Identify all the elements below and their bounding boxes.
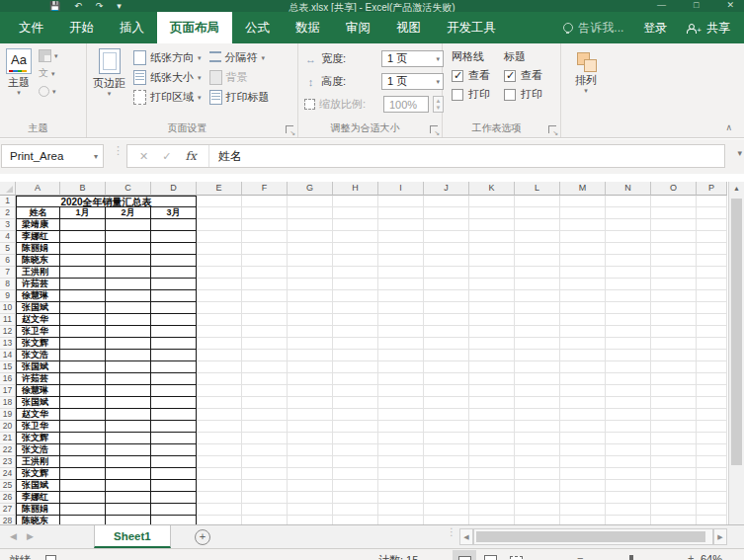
cell[interactable]	[106, 480, 151, 492]
cell[interactable]	[60, 255, 106, 267]
row-header-25[interactable]: 25	[0, 480, 16, 492]
cell[interactable]	[242, 504, 288, 516]
tab-file[interactable]: 文件	[6, 12, 56, 43]
cell[interactable]	[560, 385, 606, 397]
column-header-N[interactable]: N	[606, 182, 651, 196]
cell[interactable]	[106, 516, 151, 524]
cell[interactable]	[378, 373, 424, 385]
cell[interactable]	[288, 433, 333, 444]
cell[interactable]	[560, 243, 606, 255]
row-header-23[interactable]: 23	[0, 456, 16, 468]
cell[interactable]	[151, 302, 197, 314]
margins-button[interactable]: 页边距 ▾	[89, 46, 129, 99]
cell[interactable]	[697, 302, 727, 314]
cell[interactable]	[469, 433, 515, 444]
cell[interactable]	[151, 492, 197, 504]
cell[interactable]	[424, 397, 469, 409]
cell[interactable]	[651, 279, 697, 290]
cell[interactable]	[288, 338, 333, 350]
table-title-cell[interactable]: 2020全年销量汇总表	[16, 196, 197, 207]
cell[interactable]	[697, 219, 727, 231]
cell[interactable]	[242, 302, 288, 314]
cell[interactable]	[469, 243, 515, 255]
cell[interactable]	[288, 279, 333, 290]
column-header-M[interactable]: M	[560, 182, 606, 196]
column-header-K[interactable]: K	[469, 182, 515, 196]
cell[interactable]	[515, 207, 560, 219]
cell[interactable]	[424, 421, 469, 433]
cell[interactable]	[424, 444, 469, 456]
cell[interactable]	[424, 373, 469, 385]
cell[interactable]	[606, 326, 651, 338]
name-cell[interactable]: 许茹芸	[16, 373, 60, 385]
name-cell[interactable]: 张卫华	[16, 326, 60, 338]
cell[interactable]	[424, 290, 469, 302]
cell[interactable]	[560, 290, 606, 302]
cell[interactable]	[515, 219, 560, 231]
horizontal-scrollbar[interactable]	[473, 528, 713, 545]
cell[interactable]	[288, 409, 333, 421]
cell[interactable]	[106, 219, 151, 231]
cell[interactable]	[560, 468, 606, 480]
cell[interactable]	[60, 492, 106, 504]
name-cell[interactable]: 陈晓东	[16, 516, 60, 524]
cell[interactable]	[106, 444, 151, 456]
cell[interactable]	[288, 385, 333, 397]
cell[interactable]	[288, 350, 333, 361]
cell[interactable]	[242, 385, 288, 397]
cell[interactable]	[60, 397, 106, 409]
cell[interactable]	[378, 421, 424, 433]
cell[interactable]	[651, 196, 697, 207]
cell[interactable]	[515, 468, 560, 480]
cell[interactable]	[515, 492, 560, 504]
cell[interactable]	[333, 361, 378, 373]
cell[interactable]	[606, 456, 651, 468]
tab-review[interactable]: 审阅	[333, 12, 383, 43]
cell[interactable]	[60, 421, 106, 433]
cell[interactable]	[378, 385, 424, 397]
cell[interactable]	[106, 373, 151, 385]
name-cell[interactable]: 张国斌	[16, 397, 60, 409]
cell[interactable]	[606, 243, 651, 255]
cell[interactable]	[197, 219, 242, 231]
collapse-ribbon-icon[interactable]: ∧	[725, 122, 732, 132]
zoom-level[interactable]: 64%	[701, 553, 722, 560]
cell[interactable]	[242, 231, 288, 243]
cell[interactable]	[151, 504, 197, 516]
cell[interactable]	[288, 361, 333, 373]
cell[interactable]	[242, 196, 288, 207]
cell[interactable]	[606, 361, 651, 373]
cell[interactable]	[151, 231, 197, 243]
name-cell[interactable]: 张文辉	[16, 338, 60, 350]
cell[interactable]	[424, 231, 469, 243]
cell[interactable]	[197, 456, 242, 468]
cell[interactable]	[515, 196, 560, 207]
scroll-left-icon[interactable]: ◀	[459, 528, 473, 545]
cell[interactable]	[60, 409, 106, 421]
cell[interactable]	[60, 290, 106, 302]
cell[interactable]	[606, 433, 651, 444]
cell[interactable]	[378, 255, 424, 267]
cell[interactable]	[606, 302, 651, 314]
cell[interactable]	[333, 397, 378, 409]
cell[interactable]	[469, 409, 515, 421]
cell[interactable]	[560, 326, 606, 338]
name-cell[interactable]: 徐慧琳	[16, 385, 60, 397]
cell[interactable]	[560, 421, 606, 433]
cell[interactable]	[288, 231, 333, 243]
cell[interactable]	[606, 492, 651, 504]
tab-view[interactable]: 视图	[383, 12, 434, 43]
cell[interactable]	[469, 350, 515, 361]
macro-record-icon[interactable]	[45, 555, 56, 560]
cell[interactable]	[106, 468, 151, 480]
cell[interactable]	[197, 385, 242, 397]
name-cell[interactable]: 张文辉	[16, 468, 60, 480]
cell[interactable]	[333, 219, 378, 231]
cell[interactable]	[651, 385, 697, 397]
cell[interactable]	[378, 468, 424, 480]
cell[interactable]	[560, 314, 606, 326]
cell[interactable]	[651, 243, 697, 255]
cell[interactable]	[288, 207, 333, 219]
cell[interactable]	[606, 444, 651, 456]
cell[interactable]	[106, 290, 151, 302]
